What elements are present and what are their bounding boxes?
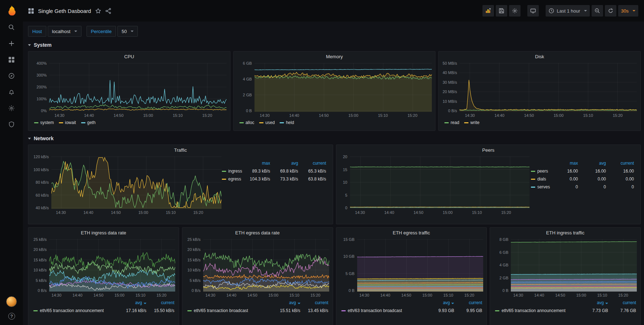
panel-disk: Disk 50 MB/s40 MB/s30 MB/s20 MB/s10 MB/s… [438, 51, 641, 131]
y-axis: 20151050 [338, 156, 350, 209]
refresh-button[interactable] [605, 5, 616, 17]
star-icon[interactable] [95, 8, 101, 14]
explore-icon[interactable] [8, 73, 15, 79]
legend-column-avg[interactable]: avg [270, 161, 298, 166]
dashboard-grid-icon[interactable] [28, 8, 34, 14]
panel-header-traffic[interactable]: Traffic [28, 145, 333, 155]
zoom-out-button[interactable] [592, 5, 603, 17]
legend-column-avg[interactable]: avg [578, 161, 606, 166]
row-header-system[interactable]: System [28, 40, 52, 50]
eth-ingress-data-rate-chart[interactable]: 25 kB/s20 kB/s15 kB/s10 kB/s5 kB/s0 B/s1… [28, 238, 179, 298]
legend-column-avg[interactable]: avg [426, 300, 454, 305]
plot-area[interactable] [49, 62, 227, 112]
plot-area[interactable] [49, 238, 175, 292]
panel-header-eth-ingress-data-rate[interactable]: ETH ingress data rate [28, 228, 179, 238]
cycle-view-mode-button[interactable] [527, 5, 539, 17]
y-tick: 0 B/s [192, 288, 201, 293]
server-admin-icon[interactable] [8, 121, 15, 128]
legend-series-name[interactable]: eth/65 transaction announcement [495, 308, 580, 313]
panel-header-eth-egress-traffic[interactable]: ETH egress traffic [336, 228, 487, 238]
plot-area[interactable] [459, 62, 637, 112]
panel-header-disk[interactable]: Disk [439, 51, 640, 61]
plot-area[interactable] [51, 156, 216, 209]
x-tick: 15:20 [613, 113, 623, 118]
legend-column-current[interactable]: current [454, 300, 482, 305]
legend-series-name[interactable]: serves [531, 184, 550, 189]
configuration-icon[interactable] [8, 105, 15, 111]
legend-series-name[interactable]: eth/63 transaction broadcast [341, 308, 426, 313]
legend-item-system[interactable]: system [34, 120, 54, 125]
legend-column-current[interactable]: current [606, 161, 634, 166]
disk-chart[interactable]: 50 MB/s40 MB/s30 MB/s20 MB/s10 MB/s0 B/s… [439, 61, 640, 118]
legend-column-avg[interactable]: avg [118, 300, 146, 305]
legend-item-read[interactable]: read [444, 120, 459, 125]
memory-chart[interactable]: 6 GB4 GB2 GB0 B14:3014:4014:5015:0015:10… [234, 61, 435, 118]
create-icon[interactable] [8, 40, 15, 47]
x-tick: 14:30 [465, 113, 475, 118]
dashboard-title[interactable]: Single Geth Dasboard [38, 8, 91, 14]
legend-item-geth[interactable]: geth [81, 120, 95, 125]
dashboard-settings-button[interactable] [509, 5, 521, 17]
traffic-chart[interactable]: 120 kB/s100 kB/s80 kB/s60 kB/s40 kB/s14:… [28, 155, 220, 215]
peers-chart[interactable]: 2015105014:3014:4014:5015:0015:1015:20 [336, 155, 529, 215]
legend-item-held[interactable]: held [280, 120, 294, 125]
alerting-icon[interactable] [8, 89, 15, 95]
legend-series-name[interactable]: egress [222, 177, 242, 182]
peers-legend-table: maxavgcurrentpeers16.0016.0016.00dials0.… [529, 155, 640, 224]
system-panel-row: CPU 400%300%200%100%0%14:3014:4014:5015:… [28, 51, 641, 131]
dashboards-icon[interactable] [8, 56, 15, 63]
add-panel-button[interactable] [482, 5, 494, 17]
legend-series-name[interactable]: peers [531, 169, 550, 174]
plot-area[interactable] [350, 156, 525, 209]
plot-area[interactable] [255, 62, 432, 112]
legend-column-avg[interactable]: avg [272, 300, 300, 305]
legend-column-max[interactable]: max [242, 161, 270, 166]
chevron-down-icon [74, 31, 77, 32]
panel-header-cpu[interactable]: CPU [28, 51, 230, 61]
refresh-interval-button[interactable]: 30s [618, 5, 638, 17]
legend-series-name[interactable]: eth/65 transaction broadcast [187, 308, 272, 313]
legend-column-current[interactable]: current [146, 300, 174, 305]
row-header-network[interactable]: Network [28, 134, 53, 143]
panel-header-peers[interactable]: Peers [336, 145, 641, 155]
plot-area[interactable] [357, 238, 483, 292]
legend-row: ingress89.3 kB/s69.8 kB/s65.3 kB/s [222, 167, 326, 175]
help-icon[interactable]: ? [8, 313, 15, 319]
y-tick: 5 [345, 193, 347, 197]
legend-series-name[interactable]: ingress [222, 169, 242, 174]
eth-egress-data-rate-chart[interactable]: 25 kB/s20 kB/s15 kB/s10 kB/s5 kB/s0 B/s1… [182, 238, 333, 298]
legend-column-current[interactable]: current [608, 300, 636, 305]
legend-item-alloc[interactable]: alloc [239, 120, 255, 125]
legend-column-avg[interactable]: avg [580, 300, 608, 305]
host-variable-select[interactable]: localhost [48, 26, 81, 37]
panel-header-eth-ingress-traffic[interactable]: ETH ingress traffic [490, 228, 640, 238]
legend-column-current[interactable]: current [298, 161, 326, 166]
panel-eth-ingress-data-rate: ETH ingress data rate 25 kB/s20 kB/s15 k… [28, 227, 179, 325]
y-tick: 15 kB/s [187, 258, 201, 262]
panel-header-memory[interactable]: Memory [234, 51, 435, 61]
time-picker-button[interactable]: Last 1 hour [546, 5, 590, 17]
legend-column-max[interactable]: max [550, 161, 578, 166]
plot-area[interactable] [511, 238, 637, 292]
x-tick: 15:00 [269, 293, 279, 297]
legend-item-used[interactable]: used [259, 120, 275, 125]
legend-column-current[interactable]: current [300, 300, 328, 305]
user-avatar[interactable] [6, 296, 17, 307]
search-icon[interactable] [8, 24, 15, 31]
save-dashboard-button[interactable] [496, 5, 507, 17]
legend-item-iowait[interactable]: iowait [59, 120, 76, 125]
y-tick: 10 kB/s [33, 268, 47, 272]
legend-series-name[interactable]: eth/65 transaction announcement [33, 308, 118, 313]
grafana-logo-icon[interactable] [6, 5, 17, 15]
eth-egress-traffic-chart[interactable]: 15 GB10 GB5 GB0 B14:3014:4014:5015:0015:… [336, 238, 487, 298]
plot-area[interactable] [203, 238, 329, 292]
percentile-variable-select[interactable]: 50 [117, 26, 138, 37]
cpu-chart[interactable]: 400%300%200%100%0%14:3014:4014:5015:0015… [28, 61, 230, 118]
x-tick: 14:40 [384, 210, 394, 215]
legend-series-name[interactable]: dials [531, 177, 550, 182]
panel-header-eth-egress-data-rate[interactable]: ETH egress data rate [182, 228, 333, 238]
eth-ingress-traffic-chart[interactable]: 8 GB6 GB4 GB2 GB0 B14:3014:4014:5015:001… [490, 238, 640, 298]
y-tick: 0 B [349, 288, 355, 293]
share-icon[interactable] [105, 8, 111, 14]
legend-item-write[interactable]: write [464, 120, 479, 125]
